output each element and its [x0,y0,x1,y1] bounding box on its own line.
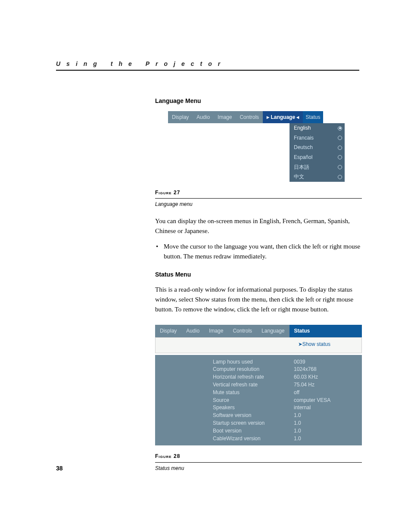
status-label: Mute status [211,389,280,396]
tab-image[interactable]: Image [204,325,228,337]
tab-marker-right-icon: ◂ [296,114,299,120]
lang-label: Español [294,153,312,162]
radio-icon [338,165,342,169]
figure-rule [155,198,362,199]
lang-label: Francais [294,134,314,142]
status-label: Startup screen version [211,420,280,427]
status-value: 0039 [292,358,361,366]
status-label: Boot version [211,427,280,435]
tab-controls[interactable]: Controls [228,325,257,337]
show-status-label: Show status [302,341,330,347]
status-label: Vertical refresh rate [211,381,280,389]
language-menu-heading: Language Menu [155,96,362,106]
status-label: Source [211,397,280,404]
lang-option-english[interactable]: English [290,123,345,133]
tab-audio[interactable]: Audio [193,111,214,124]
tab-status[interactable]: Status [303,111,323,124]
status-value: 1.0 [292,427,361,435]
lang-label: English [294,124,311,132]
lang-label: 日本語 [294,163,309,171]
status-value: 1024x768 [292,366,361,373]
lang-option-japanese[interactable]: 日本語 [290,162,345,172]
status-label: Computer resolution [211,366,280,373]
status-value: 1.0 [292,420,361,427]
status-value: internal [292,404,361,411]
lang-option-francais[interactable]: Francais [290,133,345,143]
running-head: Using the Projector [56,60,359,71]
tab-display[interactable]: Display [155,325,181,337]
figure-28-caption: Status menu [155,464,362,473]
page-number: 38 [56,465,63,472]
radio-icon [338,146,342,150]
lang-option-espanol[interactable]: Español [290,152,345,162]
language-menu-figure: Display Audio Image Controls ▸ Language … [168,111,362,182]
arrow-right-icon: ➤ [298,341,302,347]
lang-label: Deutsch [294,143,313,152]
figure-rule [155,462,362,463]
show-status-link[interactable]: ➤Show status [298,340,330,348]
status-value: off [292,389,361,396]
status-action-row: ➤Show status [155,337,362,353]
tab-language-label: Language [271,114,295,120]
status-label: Lamp hours used [211,358,280,366]
language-menu-tabs: Display Audio Image Controls ▸ Language … [168,111,362,124]
tab-display[interactable]: Display [168,111,193,124]
figure-27-label: Figure 27 [155,189,362,197]
radio-icon [338,155,342,159]
tab-language[interactable]: ▸ Language ◂ [263,111,303,124]
tab-audio[interactable]: Audio [181,325,204,337]
radio-selected-icon [338,126,342,131]
radio-icon [338,136,342,140]
bullet-text: Move the cursor to the language you want… [164,242,362,262]
lang-option-chinese[interactable]: 中文 [290,172,345,182]
lang-label: 中文 [294,173,304,181]
tab-status[interactable]: Status [290,325,362,337]
status-label: Horizontal refresh rate [211,373,280,381]
tab-image[interactable]: Image [214,111,236,124]
lang-option-deutsch[interactable]: Deutsch [290,143,345,152]
tab-controls[interactable]: Controls [236,111,263,124]
tab-marker-left-icon: ▸ [267,114,269,120]
language-menu-instruction: • Move the cursor to the language you wa… [155,242,362,262]
status-label: CableWizard version [211,435,280,442]
status-grid: Lamp hours used Computer resolution Hori… [155,355,362,446]
status-menu-description: This is a read-only window for informati… [155,285,362,315]
tab-language[interactable]: Language [257,325,289,337]
figure-28-label: Figure 28 [155,452,362,460]
status-label: Speakers [211,404,280,411]
status-menu-tabs: Display Audio Image Controls Language St… [155,325,362,337]
radio-icon [338,175,342,179]
status-value: computer VESA [292,397,361,404]
bullet-icon: • [156,242,160,262]
status-value: 1.0 [292,435,361,442]
status-menu-figure: Display Audio Image Controls Language St… [155,325,362,445]
status-value: 1.0 [292,412,361,419]
status-menu-heading: Status Menu [155,270,362,280]
language-options: English Francais Deutsch Español 日本語 [290,123,345,182]
status-label: Software version [211,412,280,419]
status-value: 75.04 Hz [292,381,361,389]
status-value: 60.03 KHz [292,373,361,381]
language-menu-description: You can display the on-screen menus in E… [155,216,362,236]
figure-27-caption: Language menu [155,200,362,208]
